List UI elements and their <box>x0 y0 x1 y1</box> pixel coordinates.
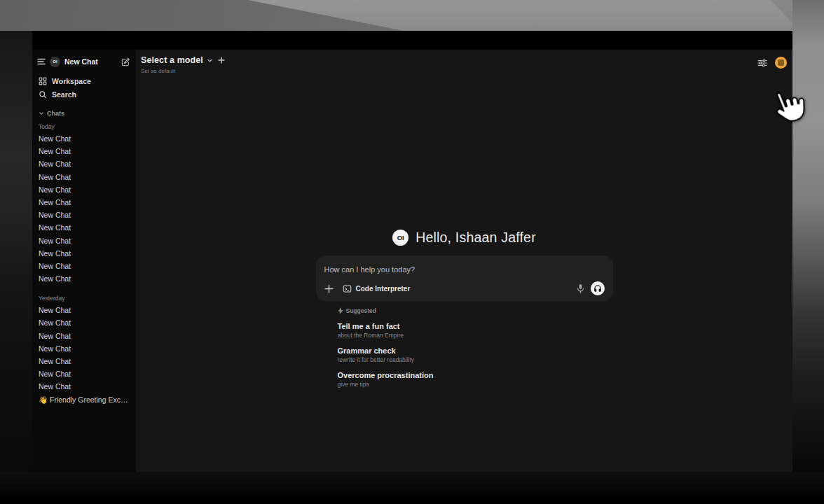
suggested-label: Suggested <box>346 307 376 314</box>
chat-list-item[interactable]: New Chat <box>37 342 130 355</box>
wallpaper-top-dark-wedge <box>0 0 420 31</box>
wallpaper-top-corner-wedge <box>705 0 824 31</box>
plus-icon <box>218 57 225 64</box>
prompt-subtitle: about the Roman Empire <box>338 332 613 339</box>
new-chat-button[interactable] <box>121 57 130 66</box>
sidebar-item-workspace[interactable]: Workspace <box>37 74 130 88</box>
message-composer: Code Interpreter <box>316 255 613 301</box>
chat-list-item[interactable]: New Chat <box>37 209 130 221</box>
prompt-title: Tell me a fun fact <box>338 322 613 330</box>
chats-section-toggle[interactable]: Chats <box>37 110 130 117</box>
bolt-icon <box>338 307 343 314</box>
model-selector-button[interactable]: Select a model <box>141 55 213 65</box>
chat-list-item[interactable]: New Chat <box>37 183 130 196</box>
sidebar-title: New Chat <box>64 57 98 66</box>
app-logo-text: OI <box>53 59 57 64</box>
hamburger-icon <box>37 58 46 65</box>
sidebar-item-label: Workspace <box>52 77 91 85</box>
window-top-band <box>32 31 792 50</box>
sidebar: OI New Chat <box>32 50 136 472</box>
sidebar-item-label: Search <box>52 90 76 99</box>
plus-icon <box>324 284 334 293</box>
screen: OI New Chat <box>0 0 824 504</box>
chat-list-item[interactable]: New Chat <box>37 304 130 316</box>
app-logo-text: OI <box>397 234 404 241</box>
chevron-down-icon <box>39 111 44 116</box>
chat-group-label-yesterday: Yesterday <box>39 295 130 302</box>
app-window: OI New Chat <box>32 31 792 472</box>
chat-list-item[interactable]: New Chat <box>37 247 130 260</box>
chat-list-item[interactable]: New Chat <box>37 145 130 158</box>
chat-list-item[interactable]: New Chat <box>37 171 130 183</box>
chat-list-item[interactable]: New Chat <box>37 132 130 145</box>
wallpaper-bottom <box>0 472 824 504</box>
chat-list-item[interactable]: New Chat <box>37 380 130 393</box>
sidebar-item-search[interactable]: Search <box>37 88 130 101</box>
chat-list-item[interactable]: New Chat <box>37 221 130 234</box>
chat-list-item[interactable]: New Chat <box>37 260 130 272</box>
app-logo: OI <box>50 57 60 67</box>
message-input[interactable] <box>324 265 605 274</box>
suggested-prompt[interactable]: Grammar check rewrite it for better read… <box>338 346 613 363</box>
chat-list-item[interactable]: New Chat <box>37 158 130 170</box>
chat-list-item-featured[interactable]: 👋 Friendly Greeting Exchange <box>37 393 130 406</box>
add-model-button[interactable] <box>218 57 225 64</box>
greeting: OI Hello, Ishaan Jaffer <box>316 230 613 246</box>
prompt-title: Overcome procrastination <box>338 371 613 379</box>
greeting-text: Hello, Ishaan Jaffer <box>416 230 536 246</box>
wallpaper-top <box>0 0 824 31</box>
set-as-default-link[interactable]: Set as default <box>141 68 225 74</box>
code-interpreter-label: Code Interpreter <box>356 285 411 293</box>
chat-list-item[interactable]: New Chat <box>37 355 130 368</box>
prompt-subtitle: rewrite it for better readability <box>338 356 613 363</box>
code-interpreter-toggle[interactable]: Code Interpreter <box>343 284 411 293</box>
chat-list-item[interactable]: New Chat <box>37 234 130 247</box>
edit-pencil-icon <box>121 57 130 66</box>
chevron-down-icon <box>207 57 213 64</box>
avatar-glyph <box>778 59 784 66</box>
chat-list-item[interactable]: New Chat <box>37 330 130 342</box>
model-selector-label: Select a model <box>141 55 203 65</box>
headphones-icon <box>593 284 602 293</box>
chat-group-label-today: Today <box>39 123 130 130</box>
chat-list-item[interactable]: New Chat <box>37 272 130 285</box>
app-logo-large: OI <box>392 230 408 246</box>
wallpaper-left <box>0 31 32 472</box>
suggested-prompts: Suggested Tell me a fun fact about the R… <box>316 307 613 388</box>
voice-input-button[interactable] <box>577 284 584 293</box>
controls-button[interactable] <box>757 59 767 67</box>
wallpaper-right <box>792 0 824 504</box>
sidebar-toggle-button[interactable] <box>37 58 46 65</box>
chats-section-label: Chats <box>47 110 64 117</box>
chat-list-item[interactable]: New Chat <box>37 316 130 329</box>
attach-button[interactable] <box>324 284 334 293</box>
microphone-icon <box>577 284 584 293</box>
suggested-prompt[interactable]: Overcome procrastination give me tips <box>338 371 613 388</box>
suggested-prompt[interactable]: Tell me a fun fact about the Roman Empir… <box>338 322 613 339</box>
welcome-panel: OI Hello, Ishaan Jaffer <box>316 230 613 388</box>
voice-call-button[interactable] <box>591 281 605 295</box>
workspace-grid-icon <box>39 77 47 85</box>
chat-list-item[interactable]: New Chat <box>37 368 130 380</box>
prompt-subtitle: give me tips <box>338 381 613 388</box>
main-header: Select a model Set as de <box>136 50 792 74</box>
user-avatar[interactable] <box>775 57 787 69</box>
prompt-title: Grammar check <box>338 346 613 355</box>
search-icon <box>39 90 47 99</box>
chat-list-item[interactable]: New Chat <box>37 196 130 209</box>
main-area: Select a model Set as de <box>136 50 792 472</box>
sliders-icon <box>757 59 767 67</box>
code-interpreter-icon <box>343 284 352 293</box>
